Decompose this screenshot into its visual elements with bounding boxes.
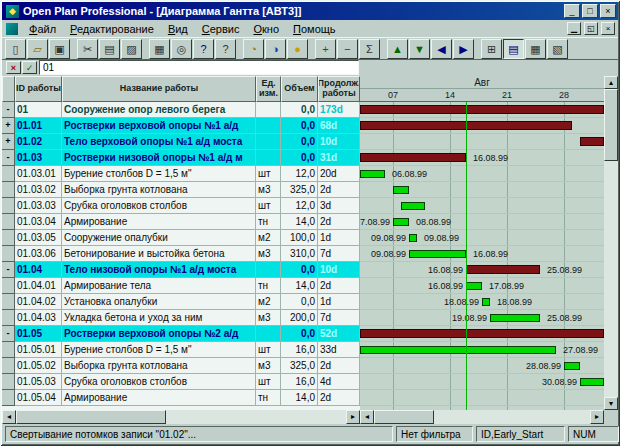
- vertical-scrollbar[interactable]: ▴ ▾: [604, 76, 618, 410]
- move-up-button[interactable]: ▲: [387, 39, 408, 59]
- maximize-button[interactable]: □: [582, 4, 598, 18]
- app-icon[interactable]: ◆: [6, 5, 19, 18]
- table-row[interactable]: -01.03Ростверки низовой опоры №1 а/д м0,…: [2, 150, 360, 166]
- table-row[interactable]: 01.05.03Срубка оголовков столбовшт16,04d: [2, 374, 360, 390]
- outdent-button[interactable]: ◀: [431, 39, 452, 59]
- menu-item-4[interactable]: Сервис: [195, 21, 247, 37]
- gantt-bar-task[interactable]: [409, 250, 466, 258]
- expand-toggle[interactable]: -: [2, 150, 15, 166]
- table-row[interactable]: 01.05.04Армированиетн14,02d: [2, 390, 360, 406]
- table-row[interactable]: -01.04Тело низовой опоры №1 а/д моста0,0…: [2, 262, 360, 278]
- expand-toggle[interactable]: +: [2, 118, 15, 134]
- indent-button[interactable]: ▶: [453, 39, 474, 59]
- table-row[interactable]: 01.03.03Срубка оголовков столбовшт12,03d: [2, 198, 360, 214]
- mdi-close-button[interactable]: ×: [601, 22, 615, 35]
- cell-edit-input[interactable]: [39, 60, 359, 75]
- header-name[interactable]: Название работы: [62, 76, 256, 102]
- cancel-edit-button[interactable]: ×: [6, 61, 21, 74]
- gantt-bar-task[interactable]: [401, 202, 425, 210]
- gantt-bar-task[interactable]: [564, 362, 580, 370]
- gantt-bar-summary[interactable]: [360, 105, 604, 114]
- help-button[interactable]: ?: [193, 39, 214, 59]
- time-analysis-button[interactable]: ◔: [243, 39, 264, 59]
- delete-activity-button[interactable]: −: [337, 39, 358, 59]
- gantt-bar-summary[interactable]: [360, 329, 604, 338]
- rollup-button[interactable]: Σ: [359, 39, 380, 59]
- expand-toggle[interactable]: -: [2, 262, 15, 278]
- table-row[interactable]: 01.03.02Выборка грунта котлованам3325,02…: [2, 182, 360, 198]
- new-file-button[interactable]: ▯: [5, 39, 26, 59]
- resource-analysis-button[interactable]: ◑: [265, 39, 286, 59]
- spreadsheet-view-button[interactable]: ▦: [525, 39, 546, 59]
- calendar-button[interactable]: ⊞: [481, 39, 502, 59]
- print-button[interactable]: ▦: [149, 39, 170, 59]
- confirm-edit-button[interactable]: ✓: [22, 61, 37, 74]
- gantt-hscroll-thumb[interactable]: [374, 410, 434, 424]
- add-activity-button[interactable]: +: [315, 39, 336, 59]
- gantt-bar-task[interactable]: [490, 314, 540, 322]
- table-row[interactable]: -01Сооружение опор левого берега0,0173d: [2, 102, 360, 118]
- header-unit[interactable]: Ед. изм.: [256, 76, 281, 102]
- gantt-bar-task[interactable]: [580, 378, 604, 386]
- menu-item-6[interactable]: Помощь: [286, 21, 343, 37]
- gantt-bar-summary[interactable]: [360, 153, 466, 162]
- save-button[interactable]: ▣: [49, 39, 70, 59]
- gantt-bar-summary[interactable]: [466, 265, 540, 274]
- mdi-minimize-button[interactable]: ▁: [567, 22, 581, 35]
- header-duration[interactable]: Продолж. работы: [318, 76, 360, 102]
- gantt-scroll-right-button[interactable]: ▸: [590, 410, 604, 424]
- preview-button[interactable]: ◎: [171, 39, 192, 59]
- table-row[interactable]: 01.05.02Выборка грунта котлованам3325,02…: [2, 358, 360, 374]
- gantt-horizontal-scrollbar[interactable]: ◂ ▸: [360, 410, 604, 424]
- gantt-bar-task[interactable]: [393, 186, 409, 194]
- paste-button[interactable]: ▨: [121, 39, 142, 59]
- expand-toggle[interactable]: -: [2, 102, 15, 118]
- gantt-bar-task[interactable]: [360, 170, 385, 178]
- vscroll-thumb[interactable]: [604, 89, 618, 161]
- copy-button[interactable]: ▤: [99, 39, 120, 59]
- table-row[interactable]: 01.05.01Бурение столбов D = 1,5 м"шт16,0…: [2, 342, 360, 358]
- gantt-bar-task[interactable]: [482, 298, 490, 306]
- menu-item-2[interactable]: Редактирование: [63, 21, 161, 37]
- table-scroll-right-button[interactable]: ▸: [346, 410, 360, 424]
- gantt-scroll-left-button[interactable]: ◂: [360, 410, 374, 424]
- gantt-bar-task[interactable]: [409, 234, 417, 242]
- table-scroll-left-button[interactable]: ◂: [2, 410, 16, 424]
- expand-toggle[interactable]: +: [2, 134, 15, 150]
- table-row[interactable]: +01.02Тело верховой опоры №1 а/д моста0,…: [2, 134, 360, 150]
- gantt-view-button[interactable]: ▤: [503, 39, 524, 59]
- table-row[interactable]: 01.03.05Сооружение опалубким2100,01d: [2, 230, 360, 246]
- gantt-bar-summary[interactable]: [580, 137, 604, 146]
- scroll-down-button[interactable]: ▾: [604, 397, 618, 410]
- header-volume[interactable]: Объем: [281, 76, 318, 102]
- table-row[interactable]: 01.04.03Укладка бетона и уход за нимм320…: [2, 310, 360, 326]
- cut-button[interactable]: ✂: [77, 39, 98, 59]
- open-file-button[interactable]: ▱: [27, 39, 48, 59]
- menu-item-1[interactable]: Файл: [22, 21, 63, 37]
- table-row[interactable]: -01.05Ростверки верховой опоры №2 а/д0,0…: [2, 326, 360, 342]
- close-button[interactable]: ×: [600, 4, 616, 18]
- context-help-button[interactable]: ?: [215, 39, 236, 59]
- minimize-button[interactable]: _: [564, 4, 580, 18]
- menu-item-5[interactable]: Окно: [246, 21, 286, 37]
- table-row[interactable]: 01.03.06Бетонирование и выстойка бетонам…: [2, 246, 360, 262]
- alarm-button[interactable]: ●: [287, 39, 308, 59]
- menu-item-3[interactable]: Вид: [161, 21, 195, 37]
- mdi-restore-button[interactable]: ◱: [584, 22, 598, 35]
- table-row[interactable]: 01.04.02Установка опалубким20,01d: [2, 294, 360, 310]
- header-id[interactable]: ID работы: [15, 76, 62, 102]
- gantt-bar-task[interactable]: [466, 282, 482, 290]
- scroll-up-button[interactable]: ▴: [604, 76, 618, 89]
- notes-view-button[interactable]: ▧: [547, 39, 568, 59]
- table-row[interactable]: 01.03.04Армированиетн14,02d: [2, 214, 360, 230]
- document-icon[interactable]: [6, 23, 18, 35]
- table-row[interactable]: +01.01Ростверки верховой опоры №1 а/д0,0…: [2, 118, 360, 134]
- title-bar[interactable]: ◆ Open Plan Professional - [Диаграмма Га…: [2, 2, 618, 20]
- move-down-button[interactable]: ▼: [409, 39, 430, 59]
- table-hscroll-thumb[interactable]: [16, 410, 166, 424]
- table-row[interactable]: 01.03.01Бурение столбов D = 1,5 м"шт12,0…: [2, 166, 360, 182]
- table-horizontal-scrollbar[interactable]: ◂ ▸: [2, 410, 360, 424]
- table-row[interactable]: 01.04.01Армирование телатн14,02d: [2, 278, 360, 294]
- expand-toggle[interactable]: -: [2, 326, 15, 342]
- gantt-bar-task[interactable]: [393, 218, 409, 226]
